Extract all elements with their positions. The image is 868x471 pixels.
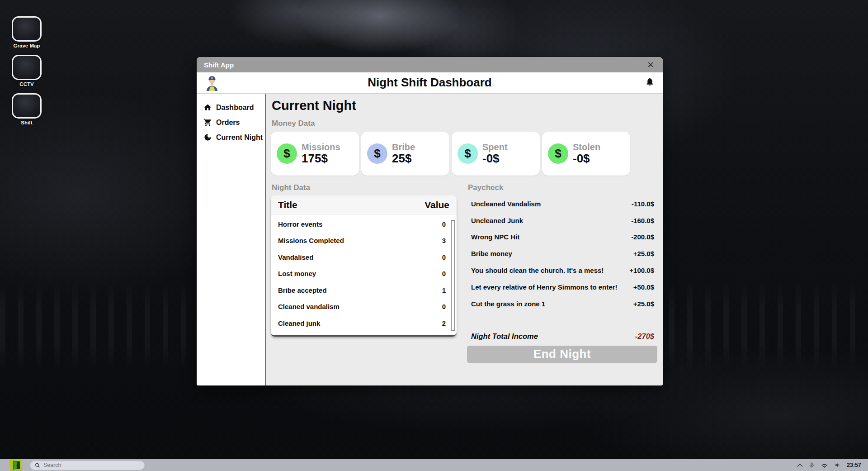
app-body: Dashboard Orders Current Night Current N… [197, 94, 663, 385]
cart-icon [203, 118, 212, 127]
dollar-icon: $ [548, 143, 568, 164]
sidebar-item-current-night[interactable]: Current Night [197, 130, 265, 145]
money-cards-row: $ Missions 175$ $ Bribe 25$ $ [271, 132, 656, 176]
column-header-value: Value [425, 200, 449, 210]
speaker-icon[interactable] [834, 462, 841, 468]
dollar-icon: $ [277, 143, 297, 164]
cctv-thumbnail [12, 55, 42, 80]
paycheck-label: Paycheck [468, 183, 657, 192]
page-title: Night Shift Dashboard [197, 76, 663, 90]
table-row: Vandalised 0 [278, 249, 446, 266]
money-card-label: Spent [482, 142, 508, 152]
sidebar-item-dashboard[interactable]: Dashboard [197, 100, 265, 115]
money-card-missions: $ Missions 175$ [271, 132, 359, 176]
clock[interactable]: 23:57 [847, 462, 861, 468]
start-menu-button[interactable] [9, 460, 23, 471]
table-row: Bribe accepted 1 [278, 282, 446, 299]
notifications-bell-icon[interactable] [645, 76, 655, 89]
money-card-value: 175$ [302, 152, 340, 166]
desktop-icon-grave-map[interactable]: Grave Map [11, 16, 42, 48]
night-data-label: Night Data [272, 183, 457, 192]
money-card-value: -0$ [573, 152, 600, 166]
sidebar-item-label: Orders [216, 119, 240, 127]
money-card-value: 25$ [392, 152, 415, 166]
desktop-icon-label: Grave Map [14, 43, 40, 48]
paycheck-row: Uncleaned Vandalism -110.0$ [467, 195, 657, 212]
home-icon [203, 103, 212, 112]
table-scrollbar[interactable] [451, 220, 455, 331]
money-data-label: Money Data [272, 119, 656, 128]
night-data-table: Title Value Horror events 0 Missions Com… [271, 195, 457, 337]
guard-avatar [205, 75, 219, 91]
close-icon[interactable]: × [646, 59, 656, 70]
window-title: Shift App [204, 61, 234, 69]
desktop-shortcuts: Grave Map CCTV Shift [11, 16, 42, 125]
dollar-icon: $ [458, 143, 478, 164]
night-data-section: Night Data Title Value Horror events 0 [271, 177, 457, 363]
door-icon [10, 460, 22, 471]
paycheck-row: You should clean the church. It's a mess… [467, 262, 657, 279]
shift-thumbnail [12, 93, 42, 119]
grave-map-thumbnail [12, 16, 42, 42]
night-total-income-value: -270$ [635, 332, 654, 341]
money-card-bribe: $ Bribe 25$ [361, 132, 449, 176]
system-tray: 23:57 [797, 461, 868, 469]
dollar-icon: $ [367, 143, 387, 164]
night-total-income-label: Night Total Income [471, 332, 538, 341]
money-card-label: Bribe [392, 142, 415, 152]
taskbar: 23:57 [0, 459, 868, 471]
paycheck-row: Uncleaned Junk -160.0$ [467, 212, 657, 229]
desktop-icon-cctv[interactable]: CCTV [11, 55, 42, 87]
night-data-table-header: Title Value [271, 195, 457, 214]
paycheck-row: Let every relative of Henry Simmons to e… [467, 279, 657, 295]
column-header-title: Title [278, 200, 297, 210]
night-data-table-body: Horror events 0 Missions Completed 3 Van… [271, 214, 457, 335]
paycheck-row: Cut the grass in zone 1 +25.0$ [467, 295, 657, 312]
money-card-label: Missions [302, 142, 340, 152]
shift-app-window: Shift App × Night Shift Dashboard Dash [197, 57, 663, 385]
sidebar-item-label: Dashboard [216, 104, 254, 112]
table-row: Cleaned vandalism 0 [278, 299, 446, 315]
money-card-stolen: $ Stolen -0$ [542, 132, 630, 176]
sidebar-item-orders[interactable]: Orders [197, 115, 265, 130]
wifi-icon[interactable] [821, 462, 828, 468]
window-titlebar[interactable]: Shift App × [197, 57, 663, 72]
microphone-icon[interactable] [809, 461, 815, 469]
table-row: Lost money 0 [278, 266, 446, 282]
paycheck-section: Paycheck Uncleaned Vandalism -110.0$ Unc… [467, 177, 657, 363]
table-row: Horror events 0 [278, 216, 446, 233]
money-card-spent: $ Spent -0$ [452, 132, 540, 176]
table-row: Cleaned junk 2 [278, 315, 446, 332]
money-card-label: Stolen [573, 142, 600, 152]
search-icon [35, 462, 40, 468]
desktop-icon-label: CCTV [19, 81, 33, 87]
sidebar-item-label: Current Night [216, 133, 263, 142]
table-row: Missions Completed 3 [278, 233, 446, 249]
section-heading-current-night: Current Night [272, 98, 656, 113]
taskbar-search[interactable] [30, 461, 145, 470]
main-content: Current Night Money Data $ Missions 175$… [266, 94, 663, 385]
search-input[interactable] [43, 462, 140, 468]
desktop-icon-shift[interactable]: Shift [11, 93, 42, 125]
paycheck-row: Bribe money +25.0$ [467, 245, 657, 262]
moon-icon [203, 133, 212, 142]
chevron-up-icon[interactable] [797, 463, 803, 467]
sidebar: Dashboard Orders Current Night [197, 94, 266, 385]
paycheck-row: Wrong NPC Hit -200.0$ [467, 229, 657, 246]
end-night-button[interactable]: End Night [467, 346, 657, 363]
desktop-icon-label: Shift [21, 120, 33, 125]
app-header: Night Shift Dashboard [197, 72, 663, 94]
money-card-value: -0$ [482, 152, 508, 166]
night-total-income-row: Night Total Income -270$ [467, 332, 657, 341]
